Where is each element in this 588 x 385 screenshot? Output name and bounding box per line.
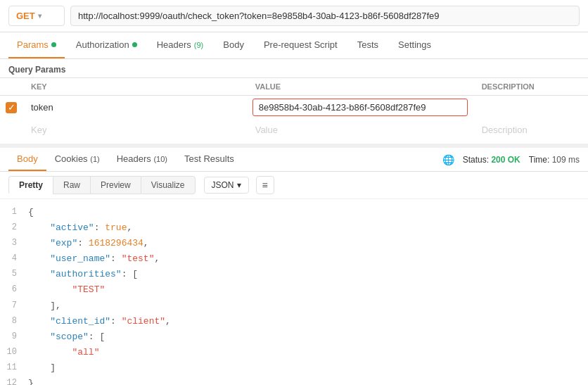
col-key-header: KEY — [23, 78, 247, 96]
line-content-7: ], — [28, 298, 582, 314]
request-tabs: Params Authorization Headers (9) Body Pr… — [0, 32, 588, 59]
cookies-badge: (1) — [90, 155, 99, 163]
line-content-9: "scope": [ — [28, 329, 582, 345]
line-content-5: "authorities": [ — [28, 267, 582, 282]
status-label: Status: 200 OK — [463, 155, 520, 165]
line-num-11: 11 — [6, 360, 28, 374]
tab-settings[interactable]: Settings — [390, 32, 440, 58]
tab-settings-label: Settings — [398, 39, 431, 50]
tab-headers-label: Headers — [157, 39, 191, 50]
tab-body-label: Body — [223, 39, 244, 50]
authorization-dot-icon — [132, 42, 137, 47]
line-content-12: } — [28, 376, 582, 385]
time-label: Time: 109 ms — [529, 155, 580, 165]
line-num-8: 8 — [6, 314, 28, 328]
table-row: ✓ token 8e9858b4-30ab-4123-b86f-5608df28… — [0, 96, 588, 120]
method-select[interactable]: GET ▾ — [8, 6, 65, 26]
tab-tests[interactable]: Tests — [349, 32, 387, 58]
json-line-9: 9 "scope": [ — [0, 329, 588, 345]
tab-authorization-label: Authorization — [76, 39, 129, 50]
code-tab-raw[interactable]: Raw — [53, 176, 90, 194]
checkbox-checked-icon: ✓ — [6, 102, 17, 113]
url-input[interactable] — [70, 6, 580, 26]
json-line-2: 2 "active": true, — [0, 220, 588, 236]
method-label: GET — [16, 11, 35, 21]
response-section: Body Cookies (1) Headers (10) Test Resul… — [0, 144, 588, 385]
tab-params-label: Params — [17, 39, 49, 50]
line-content-2: "active": true, — [28, 220, 582, 236]
globe-icon: 🌐 — [442, 154, 454, 165]
line-num-10: 10 — [6, 345, 28, 359]
response-tab-body[interactable]: Body — [8, 148, 46, 171]
response-tab-headers[interactable]: Headers (10) — [108, 148, 176, 171]
line-content-10: "all" — [28, 345, 582, 360]
json-body: 1 { 2 "active": true, 3 "exp": 161829643… — [0, 199, 588, 385]
empty-value-cell[interactable]: Value — [247, 119, 473, 141]
headers-badge: (9) — [194, 41, 203, 49]
raw-label: Raw — [63, 180, 80, 190]
empty-key-cell[interactable]: Key — [23, 119, 247, 141]
value-placeholder: Value — [253, 122, 468, 138]
params-table: KEY VALUE DESCRIPTION ✓ token 8e9858b4-3… — [0, 77, 588, 141]
desc-placeholder: Description — [479, 122, 582, 138]
col-checkbox — [0, 78, 23, 96]
key-placeholder: Key — [28, 122, 241, 138]
response-tabs: Body Cookies (1) Headers (10) Test Resul… — [0, 148, 588, 172]
line-num-12: 12 — [6, 376, 28, 385]
param-value: 8e9858b4-30ab-4123-b86f-5608df287fe9 — [253, 99, 468, 116]
wrap-button[interactable]: ≡ — [256, 176, 274, 194]
line-content-8: "client_id": "client", — [28, 314, 582, 329]
tab-authorization[interactable]: Authorization — [68, 32, 146, 58]
status-time: 109 ms — [552, 155, 580, 165]
open-brace-icon: { — [28, 207, 34, 217]
response-body-label: Body — [17, 153, 38, 164]
code-tab-pretty[interactable]: Pretty — [8, 176, 53, 194]
status-bar: 🌐 Status: 200 OK Time: 109 ms — [442, 154, 580, 165]
url-bar: GET ▾ — [0, 0, 588, 32]
json-line-7: 7 ], — [0, 298, 588, 314]
row-checkbox-cell[interactable]: ✓ — [0, 96, 23, 120]
empty-checkbox-cell — [0, 119, 23, 141]
code-view-tabs: Pretty Raw Preview Visualize JSON ▾ ≡ — [0, 172, 588, 199]
col-value-header: VALUE — [247, 78, 473, 96]
json-format-label: JSON — [212, 180, 234, 190]
line-num-7: 7 — [6, 298, 28, 313]
empty-desc-cell[interactable]: Description — [473, 119, 588, 141]
pretty-label: Pretty — [19, 180, 43, 190]
json-line-6: 6 "TEST" — [0, 282, 588, 298]
json-line-3: 3 "exp": 1618296434, — [0, 236, 588, 251]
response-tab-test-results[interactable]: Test Results — [176, 148, 243, 171]
tab-body[interactable]: Body — [215, 32, 253, 58]
code-tab-visualize[interactable]: Visualize — [141, 176, 196, 194]
status-ok: 200 OK — [491, 155, 520, 165]
close-brace-icon: } — [28, 378, 34, 385]
response-headers-badge: (10) — [153, 155, 167, 163]
json-line-10: 10 "all" — [0, 345, 588, 360]
tab-tests-label: Tests — [357, 39, 378, 50]
json-line-5: 5 "authorities": [ — [0, 267, 588, 282]
tab-pre-request[interactable]: Pre-request Script — [255, 32, 346, 58]
json-line-12: 12 } — [0, 376, 588, 385]
wrap-icon: ≡ — [262, 179, 268, 191]
value-cell[interactable]: 8e9858b4-30ab-4123-b86f-5608df287fe9 — [247, 96, 473, 120]
line-num-4: 4 — [6, 251, 28, 265]
json-line-4: 4 "user_name": "test", — [0, 251, 588, 267]
tab-params[interactable]: Params — [8, 32, 65, 58]
line-content-6: "TEST" — [28, 282, 582, 298]
json-line-8: 8 "client_id": "client", — [0, 314, 588, 329]
col-desc-header: DESCRIPTION — [473, 78, 588, 96]
method-chevron-icon: ▾ — [38, 12, 41, 20]
response-tab-cookies[interactable]: Cookies (1) — [46, 148, 108, 171]
json-format-select[interactable]: JSON ▾ — [204, 177, 249, 194]
tab-headers[interactable]: Headers (9) — [148, 32, 212, 58]
line-content-3: "exp": 1618296434, — [28, 236, 582, 251]
key-cell[interactable]: token — [23, 96, 247, 120]
desc-cell[interactable] — [473, 96, 588, 120]
json-line-1: 1 { — [0, 205, 588, 220]
json-line-11: 11 ] — [0, 360, 588, 376]
line-num-1: 1 — [6, 205, 28, 219]
code-tab-preview[interactable]: Preview — [90, 176, 141, 194]
line-content-1: { — [28, 205, 582, 220]
tab-pre-request-label: Pre-request Script — [264, 39, 338, 50]
response-cookies-label: Cookies — [55, 153, 88, 164]
